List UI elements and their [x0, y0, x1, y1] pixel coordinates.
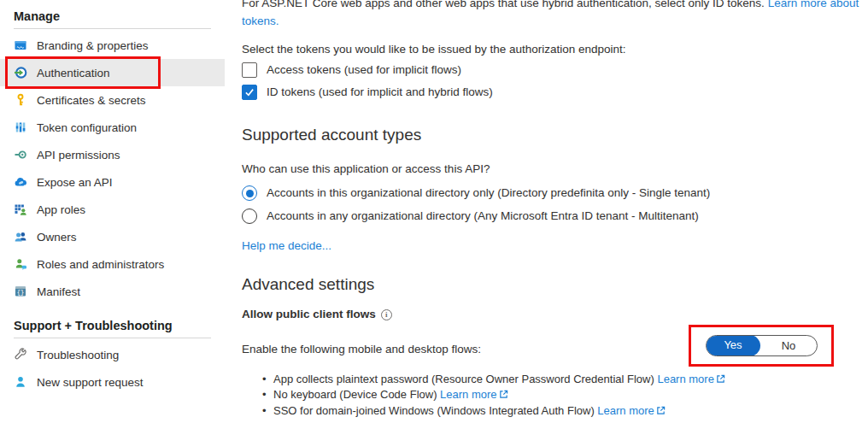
sidebar-item-app-roles[interactable]: App roles [0, 196, 225, 223]
single-tenant-row: Accounts in this organizational director… [242, 185, 868, 201]
sidebar-item-token-configuration[interactable]: Token configuration [0, 114, 225, 141]
access-tokens-row: Access tokens (used for implicit flows) [242, 62, 868, 78]
id-tokens-checkbox[interactable] [242, 85, 257, 100]
svg-text:{}: {} [17, 289, 24, 296]
learn-more-link[interactable]: Learn more [440, 388, 496, 401]
app-registration-authentication-page: Manage Branding & properties Authenticat… [0, 0, 868, 423]
roles-admins-icon [14, 257, 27, 271]
public-client-flows-toggle[interactable]: Yes No [706, 335, 818, 356]
token-configuration-icon [14, 120, 27, 134]
learn-more-link[interactable]: Learn more [597, 404, 654, 417]
sidebar-item-api-permissions[interactable]: API permissions [0, 141, 225, 168]
branding-icon [14, 38, 27, 52]
single-tenant-label: Accounts in this organizational director… [267, 185, 710, 201]
learn-more-link[interactable]: Learn more [657, 373, 713, 385]
mobile-desktop-flows-list: App collects plaintext password (Resourc… [242, 372, 868, 419]
sidebar-item-authentication[interactable]: Authentication [0, 59, 225, 86]
sidebar-item-label: Owners [37, 231, 77, 244]
checkmark-icon [244, 87, 255, 97]
toggle-no-option[interactable]: No [760, 336, 817, 355]
multitenant-radio[interactable] [242, 209, 257, 224]
flow-text: No keyboard (Device Code Flow) [273, 388, 440, 401]
sidebar-item-label: Manifest [37, 285, 80, 298]
sidebar-item-expose-api[interactable]: Expose an API [0, 168, 225, 196]
info-icon[interactable] [381, 309, 392, 320]
advanced-settings-heading: Advanced settings [242, 275, 868, 294]
sidebar-item-label: Authentication [37, 67, 110, 79]
public-client-flows-row: Allow public client flows [242, 307, 868, 322]
help-me-decide-link[interactable]: Help me decide... [242, 239, 331, 252]
flow-list-item: No keyboard (Device Code Flow) Learn mor… [273, 387, 868, 402]
main-content: For ASP.NET Core web apps and other web … [242, 0, 868, 419]
troubleshooting-icon [14, 348, 27, 361]
sidebar-item-label: App roles [37, 203, 85, 216]
enable-flows-label: Enable the following mobile and desktop … [242, 342, 481, 357]
sidebar-item-roles-administrators[interactable]: Roles and administrators [0, 250, 225, 278]
flow-text: SSO for domain-joined Windows (Windows I… [273, 404, 597, 417]
id-tokens-row: ID tokens (used for implicit and hybrid … [242, 85, 868, 100]
sidebar-item-label: Token configuration [37, 121, 137, 134]
flow-text: App collects plaintext password (Resourc… [273, 373, 657, 385]
single-tenant-radio[interactable] [242, 185, 257, 201]
flow-list-item: App collects plaintext password (Resourc… [273, 372, 868, 387]
sidebar-item-label: API permissions [37, 149, 120, 162]
external-link-icon [499, 388, 508, 402]
sidebar-heading-support: Support + Troubleshooting [14, 319, 211, 332]
intro-paragraph: For ASP.NET Core web apps and other web … [242, 0, 868, 30]
toggle-yes-option[interactable]: Yes [706, 335, 760, 356]
account-types-question: Who can use this application or access t… [242, 162, 868, 177]
sidebar: Manage Branding & properties Authenticat… [0, 0, 225, 423]
sidebar-item-label: Branding & properties [37, 39, 149, 52]
access-tokens-label: Access tokens (used for implicit flows) [267, 62, 461, 78]
id-tokens-label: ID tokens (used for implicit and hybrid … [267, 85, 493, 100]
expose-api-icon [14, 175, 27, 189]
authentication-icon [14, 66, 27, 79]
supported-account-types-heading: Supported account types [242, 126, 868, 144]
public-client-flows-label: Allow public client flows [242, 307, 376, 322]
external-link-icon [716, 373, 725, 387]
sidebar-item-label: Expose an API [37, 176, 113, 189]
intro-text: For ASP.NET Core web apps and other web … [242, 0, 765, 9]
app-roles-icon [14, 203, 27, 216]
sidebar-item-label: Certificates & secrets [37, 94, 146, 107]
sidebar-item-certificates-secrets[interactable]: Certificates & secrets [0, 86, 225, 114]
divider [14, 28, 211, 29]
sidebar-item-troubleshooting[interactable]: Troubleshooting [0, 341, 225, 368]
external-link-icon [656, 404, 666, 419]
sidebar-item-branding-properties[interactable]: Branding & properties [0, 32, 225, 59]
token-question: Select the tokens you would like to be i… [242, 42, 868, 57]
sidebar-support-items: Troubleshooting New support request [0, 341, 225, 396]
owners-icon [14, 230, 27, 244]
access-tokens-checkbox[interactable] [242, 62, 257, 78]
certificates-icon [14, 93, 27, 107]
sidebar-item-manifest[interactable]: {} Manifest [0, 278, 225, 305]
api-permissions-icon [14, 148, 27, 162]
sidebar-manage-items: Branding & properties Authentication Cer… [0, 32, 225, 305]
enable-flows-row: Enable the following mobile and desktop … [242, 338, 868, 361]
sidebar-heading-manage: Manage [14, 9, 211, 23]
sidebar-item-owners[interactable]: Owners [0, 223, 225, 250]
manifest-icon: {} [14, 285, 27, 298]
sidebar-item-label: Roles and administrators [37, 258, 164, 271]
divider [14, 338, 211, 338]
multitenant-label: Accounts in any organizational directory… [267, 209, 699, 224]
multitenant-row: Accounts in any organizational directory… [242, 209, 868, 224]
flow-list-item: SSO for domain-joined Windows (Windows I… [273, 403, 868, 419]
support-request-icon [14, 375, 27, 389]
sidebar-item-label: New support request [37, 376, 144, 389]
sidebar-item-label: Troubleshooting [37, 349, 119, 361]
sidebar-item-new-support-request[interactable]: New support request [0, 368, 225, 396]
